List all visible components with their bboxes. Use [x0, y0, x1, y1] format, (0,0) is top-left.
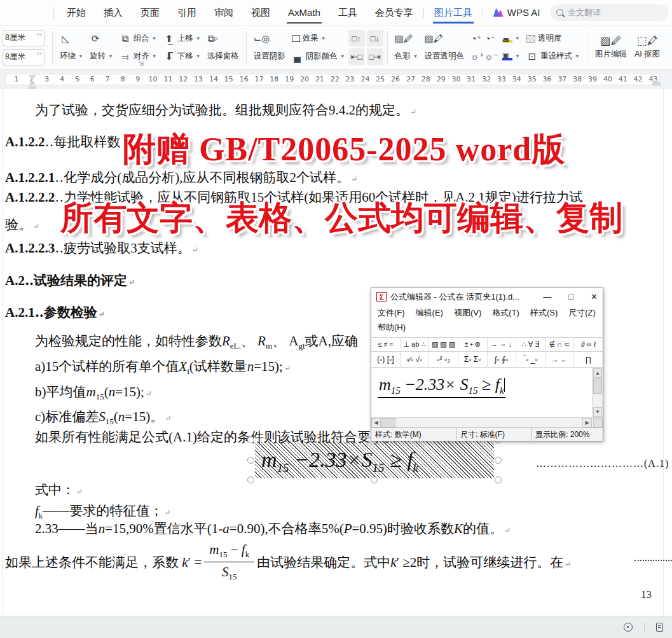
symbol-palette-button[interactable]: ± • ⊗: [458, 338, 488, 351]
resize-handle-nw[interactable]: [247, 436, 254, 443]
tab-view[interactable]: 视图: [242, 0, 279, 25]
tab-reference[interactable]: 引用: [168, 0, 205, 25]
symbol-palette-button[interactable]: ⊥ ab ∴: [401, 338, 430, 351]
height-stepper[interactable]: ˄˅: [37, 32, 42, 38]
minimize-button[interactable]: —: [543, 292, 551, 302]
tab-wps-ai[interactable]: WPS AI: [484, 0, 549, 25]
menu-item[interactable]: 格式(T): [492, 307, 519, 319]
group-dialog-launcher[interactable]: ⇲: [139, 60, 144, 67]
reset-style-button[interactable]: ⊡重设样式▼: [523, 49, 583, 64]
menu-item[interactable]: 视图(V): [454, 307, 481, 319]
selected-equation-object[interactable]: m15 −2.33×S15 ≥ fk: [250, 439, 499, 481]
symbol-palette-button[interactable]: ∉ ∩ ⊂: [545, 338, 575, 351]
status-style[interactable]: 样式: 数学(M): [371, 428, 456, 441]
symbol-palette-button[interactable]: → ⇔ ↓: [488, 338, 517, 351]
menu-item[interactable]: 尺寸(Z): [568, 307, 596, 319]
wrap-button[interactable]: 环绕▼: [57, 49, 86, 64]
status-zoom[interactable]: 显示比例: 200%: [531, 428, 603, 441]
horizontal-ruler[interactable]: 1234567891011121314151617181920212223242…: [0, 70, 672, 89]
tab-tools[interactable]: 工具: [329, 0, 366, 25]
search-box[interactable]: [550, 4, 668, 21]
resize-handle-sw[interactable]: [247, 476, 254, 483]
symbol-palette-button[interactable]: ≤ ≠ ≈: [371, 338, 401, 351]
transparency-button[interactable]: 透明度: [523, 31, 583, 46]
menu-item[interactable]: 文件(F): [378, 307, 405, 319]
tab-insert[interactable]: 插入: [95, 0, 132, 25]
symbol-palette-button[interactable]: ▨ ▨ ▨: [429, 338, 458, 351]
rotate-icon-button[interactable]: ⟳: [86, 31, 116, 46]
set-shadow-button[interactable]: 设置阴影: [250, 49, 289, 64]
highlight-color-button[interactable]: ◛▼: [499, 31, 523, 46]
symbol-palette-button[interactable]: ∂ ∞ ℓ: [574, 338, 603, 351]
scroll-right-icon[interactable]: ▶: [582, 418, 592, 427]
scroll-left-icon[interactable]: ◀: [371, 418, 381, 427]
image-height-field[interactable]: ˄˅: [3, 30, 45, 46]
image-edit-button[interactable]: ▨🖉 图片编辑: [591, 34, 631, 61]
scroll-down-icon[interactable]: ▼: [593, 407, 602, 417]
width-stepper[interactable]: ˄˅: [37, 51, 42, 57]
tab-page[interactable]: 页面: [132, 0, 168, 25]
color-button[interactable]: 色彩▼: [392, 49, 422, 64]
ai-cutout-button[interactable]: ⬚🖍 AI 抠图: [631, 34, 664, 61]
read-mode-icon[interactable]: [656, 623, 663, 632]
search-input[interactable]: [568, 8, 650, 17]
expand-up-button[interactable]: □↑: [348, 30, 365, 46]
rotate-button[interactable]: 旋转▼: [86, 49, 116, 64]
formula-editor-dialog[interactable]: Σ 公式编辑器 - 公式在 活页夹1(1).d... — □ ✕ 文件(F)编辑…: [371, 288, 603, 441]
horizontal-scroll-thumb[interactable]: [381, 418, 395, 427]
move-down-button[interactable]: ⬇̅下移▼: [160, 49, 204, 64]
symbol-palette-button[interactable]: ∴ ∀ ∃: [516, 338, 545, 351]
resize-handle-e[interactable]: [495, 457, 502, 464]
image-width-field[interactable]: ˄˅: [3, 49, 45, 66]
eye-protection-icon[interactable]: [624, 623, 633, 632]
resize-handle-s[interactable]: [371, 476, 378, 483]
scroll-up-icon[interactable]: ▲: [593, 368, 602, 378]
template-palette-button[interactable]: ∫▫ ∮▫: [488, 352, 517, 367]
tab-picture-tools[interactable]: 图片工具: [425, 0, 481, 25]
menu-item[interactable]: 帮助(H): [378, 322, 406, 333]
select-pane-button[interactable]: 选择窗格: [204, 49, 242, 64]
set-transparent-icon-button[interactable]: ▨🖍: [422, 31, 468, 46]
move-up-button[interactable]: ⬆̲上移▼: [160, 31, 204, 46]
wrap-icon-button[interactable]: ◺: [57, 31, 86, 46]
border-color-button[interactable]: ▣▼: [499, 49, 523, 64]
tab-member[interactable]: 会员专享: [366, 0, 422, 25]
set-transparent-button[interactable]: 设置透明色: [422, 49, 468, 64]
select-pane-icon-button[interactable]: ⧉▹: [204, 31, 242, 46]
expand-right-button[interactable]: □⇥: [367, 48, 383, 65]
menu-item[interactable]: 编辑(E): [416, 307, 443, 319]
brightness-buttons[interactable]: ☼⁺☼⁻: [467, 49, 499, 64]
template-palette-button[interactable]: → ←: [545, 352, 575, 367]
vertical-scrollbar[interactable]: ▲ ▼: [592, 368, 603, 417]
tab-axmath[interactable]: AxMath: [279, 0, 329, 25]
formula-slot[interactable]: m15 −2.33× S15 ≥ fk: [378, 375, 505, 398]
formula-edit-area[interactable]: m15 −2.33× S15 ≥ fk ▲ ▼: [371, 368, 603, 417]
group-button[interactable]: ⧉组合▼: [116, 31, 160, 46]
template-palette-button[interactable]: Σ▫ Σ▫: [458, 352, 488, 367]
close-button[interactable]: ✕: [591, 292, 598, 302]
color-icon-button[interactable]: ▨🖉: [392, 31, 422, 46]
set-shadow-icon-button[interactable]: ⌙◎: [250, 31, 289, 46]
menu-item[interactable]: 样式(S): [530, 307, 558, 319]
ruler-tick-label: 3: [41, 74, 53, 85]
resize-handle-se[interactable]: [495, 476, 502, 483]
status-size[interactable]: 尺寸: 标准(F): [456, 428, 531, 441]
template-palette-button[interactable]: ▫² ▫₂: [429, 352, 458, 367]
template-palette-button[interactable]: ∏: [574, 352, 603, 367]
template-palette-button[interactable]: ‾▫ _▫: [516, 352, 545, 367]
maximize-button[interactable]: □: [568, 292, 573, 302]
dialog-title-bar[interactable]: Σ 公式编辑器 - 公式在 活页夹1(1).d... — □ ✕: [371, 288, 603, 305]
expand-left-button[interactable]: ⇤□: [348, 48, 365, 65]
vertical-scroll-thumb[interactable]: [593, 378, 602, 394]
template-palette-button[interactable]: ▫∕▫ √▫: [401, 352, 430, 367]
effect-button[interactable]: 效果▼: [289, 31, 348, 46]
expand-down-button[interactable]: □↓: [367, 30, 383, 46]
horizontal-scrollbar[interactable]: ◀ ▶: [371, 417, 603, 427]
template-palette-button[interactable]: (▫) [▫]: [371, 352, 401, 367]
tab-home[interactable]: 开始: [58, 0, 95, 25]
resize-handle-w[interactable]: [247, 457, 254, 464]
tab-review[interactable]: 审阅: [205, 0, 242, 25]
contrast-buttons[interactable]: ◔⁺◔⁻: [467, 31, 499, 46]
ribbon-divider: [52, 31, 53, 65]
shadow-color-button[interactable]: ▄阴影颜色▼: [289, 49, 348, 64]
